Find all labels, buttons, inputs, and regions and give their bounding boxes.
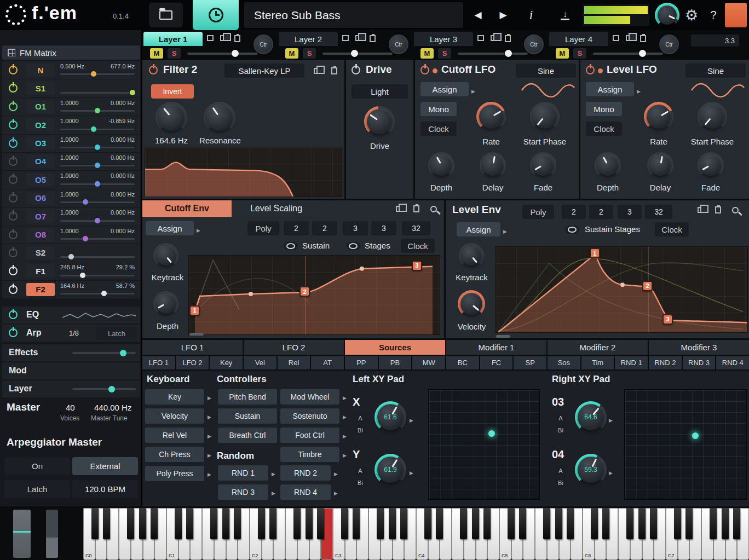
zoom-button[interactable] xyxy=(427,203,441,215)
copy-icon[interactable] xyxy=(220,35,226,41)
power-icon[interactable] xyxy=(9,194,18,203)
operator-slider[interactable] xyxy=(60,165,135,166)
mod-subtab[interactable]: RND 3 xyxy=(683,356,716,370)
operator-label[interactable]: O5 xyxy=(26,173,55,186)
source-button[interactable]: RND 2 xyxy=(280,465,331,481)
piano-black-key[interactable] xyxy=(626,508,633,539)
panic-button[interactable] xyxy=(725,3,747,27)
piano-black-key[interactable] xyxy=(436,508,443,539)
power-icon[interactable] xyxy=(9,285,18,294)
copy-icon[interactable] xyxy=(626,35,632,41)
lfo-fade-knob[interactable] xyxy=(698,152,724,178)
layer-tab[interactable]: Layer 2 xyxy=(279,32,338,46)
x-bipolar-button[interactable]: Bi xyxy=(354,425,367,435)
drive-knob[interactable] xyxy=(364,106,395,137)
copy-button[interactable] xyxy=(391,203,406,215)
solo-button[interactable]: S xyxy=(168,48,181,59)
arp-on-button[interactable]: On xyxy=(4,457,70,475)
env-assign-button[interactable]: Assign xyxy=(146,221,194,235)
cutoff-knob[interactable] xyxy=(155,102,187,134)
operator-slider[interactable] xyxy=(60,201,135,203)
xy-pad-handle[interactable] xyxy=(488,430,495,437)
mod-subtab[interactable]: BC xyxy=(446,356,479,370)
mod-row[interactable]: Mod xyxy=(2,362,140,379)
source-button[interactable]: Velocity xyxy=(145,408,204,424)
env-value-box[interactable]: 2 xyxy=(312,221,337,235)
y-bipolar-button[interactable]: Bi xyxy=(354,478,367,488)
source-button[interactable]: RND 3 xyxy=(218,484,268,500)
piano-black-key[interactable] xyxy=(424,508,431,539)
pitch-wheel[interactable] xyxy=(13,510,31,558)
lfo-fade-knob[interactable] xyxy=(530,152,556,178)
piano-black-key[interactable] xyxy=(234,508,241,539)
operator-slider[interactable] xyxy=(60,238,135,240)
mod-subtab[interactable]: RND 1 xyxy=(615,356,648,370)
operator-slider[interactable] xyxy=(60,183,135,185)
layer-slider[interactable] xyxy=(72,388,136,390)
operator-slider[interactable] xyxy=(60,293,135,295)
piano-black-key[interactable] xyxy=(591,508,598,539)
drive-power-icon[interactable] xyxy=(352,66,360,74)
source-button[interactable]: Mod Wheel xyxy=(280,389,339,405)
mod-subtab[interactable]: FC xyxy=(480,356,513,370)
mod-tab[interactable]: LFO 2 xyxy=(244,340,344,355)
piano-black-key[interactable] xyxy=(543,508,550,539)
assign-arrow-icon[interactable] xyxy=(609,467,613,477)
operator-value-right[interactable]: 58.7 % xyxy=(116,282,135,289)
layer-tab[interactable]: Layer 4 xyxy=(549,32,608,46)
pad3-bipolar-button[interactable]: Bi xyxy=(554,425,567,435)
recent-presets-button[interactable] xyxy=(193,0,239,30)
master-tune-value[interactable]: 440.00 Hz xyxy=(94,403,131,412)
piano-black-key[interactable] xyxy=(400,508,407,539)
mod-subtab[interactable]: Rel xyxy=(278,356,310,370)
info-button[interactable] xyxy=(520,5,542,25)
copy-button[interactable] xyxy=(310,65,323,77)
paste-button[interactable] xyxy=(711,204,725,216)
save-button[interactable] xyxy=(554,5,576,25)
ctr-knob[interactable]: Ctr xyxy=(524,34,544,54)
mod-subtab[interactable]: PP xyxy=(345,356,378,370)
lfo-assign-button[interactable]: Assign xyxy=(586,82,634,96)
piano-black-key[interactable] xyxy=(293,508,301,539)
lfo-clock-button[interactable]: Clock xyxy=(586,122,622,136)
operator-value-left[interactable]: 245.8 Hz xyxy=(60,264,84,270)
arp-latch-button[interactable]: Latch xyxy=(96,327,137,340)
piano-black-key[interactable] xyxy=(733,508,740,539)
slider-handle[interactable] xyxy=(95,145,100,150)
power-icon[interactable] xyxy=(9,84,18,93)
lfo-start-phase-knob[interactable] xyxy=(530,102,560,131)
piano-black-key[interactable] xyxy=(341,508,348,539)
layer-level-slider[interactable] xyxy=(322,53,393,55)
browser-button[interactable] xyxy=(149,3,183,27)
mod-subtab[interactable]: AT xyxy=(311,356,344,370)
piano-black-key[interactable] xyxy=(722,508,729,539)
power-icon[interactable] xyxy=(9,120,18,129)
piano-black-key[interactable] xyxy=(377,508,384,539)
env-node-3[interactable]: 3 xyxy=(662,314,673,325)
env-poly-button[interactable]: Poly xyxy=(247,221,279,235)
lfo-delay-knob[interactable] xyxy=(480,152,506,178)
assign-arrow-icon[interactable] xyxy=(208,469,211,478)
pad4-bipolar-button[interactable]: Bi xyxy=(554,478,567,488)
power-icon[interactable] xyxy=(9,66,18,74)
window-icon[interactable] xyxy=(477,35,484,41)
help-button[interactable] xyxy=(705,6,722,24)
env-poly-button[interactable]: Poly xyxy=(522,205,554,219)
slider-handle[interactable] xyxy=(95,163,100,168)
pad4-value-knob[interactable]: 59.3 xyxy=(575,454,607,486)
env-value-box[interactable]: 32 xyxy=(645,205,672,219)
env-node-2[interactable]: 2 xyxy=(642,281,653,291)
source-button[interactable]: Ch Press xyxy=(145,447,204,462)
y-value-knob[interactable]: 61.9 xyxy=(374,454,406,486)
env-assign-button[interactable]: Assign xyxy=(457,222,500,236)
eq-power-icon[interactable] xyxy=(9,310,18,319)
preset-display[interactable]: Stereo Sub Bass xyxy=(244,2,463,28)
operator-value-left[interactable]: 1.0000 xyxy=(60,209,79,216)
operator-slider[interactable] xyxy=(60,147,135,148)
piano-black-key[interactable] xyxy=(674,508,681,539)
copy-icon[interactable] xyxy=(355,35,361,41)
ctr-knob[interactable]: Ctr xyxy=(659,34,679,54)
piano-black-key[interactable] xyxy=(508,508,515,539)
source-button[interactable]: Sostenuto xyxy=(280,408,339,424)
slider-handle[interactable] xyxy=(91,126,96,132)
